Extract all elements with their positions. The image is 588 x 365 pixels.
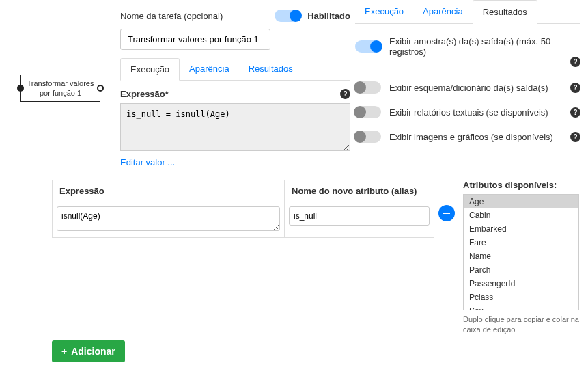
task-name-label: Nome da tarefa (opcional) bbox=[120, 11, 223, 21]
workflow-node[interactable]: Transformar valores por função 1 bbox=[20, 75, 100, 102]
attr-item[interactable]: Parch bbox=[464, 263, 578, 277]
help-icon[interactable]: ? bbox=[340, 89, 350, 99]
expression-label: Expressão* bbox=[120, 89, 169, 99]
attrs-title: Atributos disponíveis: bbox=[463, 180, 579, 190]
table-row bbox=[53, 202, 434, 237]
opt-images-label: Exibir imagens e gráficos (se disponívei… bbox=[389, 132, 562, 142]
help-icon[interactable]: ? bbox=[570, 132, 580, 142]
rtab-resultados[interactable]: Resultados bbox=[473, 0, 537, 24]
row-expression-input[interactable] bbox=[57, 206, 280, 231]
expressions-table: Expressão Nome do novo atributo (alias) bbox=[52, 180, 434, 238]
svg-rect-0 bbox=[443, 213, 450, 214]
attr-item[interactable]: Name bbox=[464, 249, 578, 263]
rtab-aparencia[interactable]: Aparência bbox=[413, 0, 473, 23]
node-input-port[interactable] bbox=[17, 85, 24, 92]
panel-tabs: Execução Aparência Resultados bbox=[120, 58, 350, 81]
toggle-show-sample[interactable] bbox=[355, 40, 381, 53]
attr-item[interactable]: Cabin bbox=[464, 208, 578, 222]
col-header-expression: Expressão bbox=[53, 180, 285, 202]
col-header-alias: Nome do novo atributo (alias) bbox=[285, 180, 434, 202]
right-panel: Execução Aparência Resultados Exibir amo… bbox=[355, 0, 580, 143]
row-alias-input[interactable] bbox=[289, 206, 430, 226]
node-output-port[interactable] bbox=[97, 85, 104, 92]
node-label: Transformar valores por função 1 bbox=[24, 79, 97, 98]
attr-item[interactable]: Fare bbox=[464, 236, 578, 249]
enabled-toggle[interactable] bbox=[275, 10, 300, 22]
opt-reports-label: Exibir relatórios textuais (se disponíve… bbox=[389, 107, 562, 118]
attr-item[interactable]: Embarked bbox=[464, 222, 578, 236]
minus-icon bbox=[443, 209, 451, 217]
attr-item[interactable]: Age bbox=[464, 195, 578, 208]
remove-row-button[interactable] bbox=[438, 205, 455, 221]
opt-schema-label: Exibir esquema/dicionário da(s) saída(s) bbox=[389, 83, 562, 93]
help-icon[interactable]: ? bbox=[570, 83, 580, 93]
toggle-show-images[interactable] bbox=[355, 131, 381, 143]
rtab-execucao[interactable]: Execução bbox=[355, 0, 413, 23]
tab-aparencia[interactable]: Aparência bbox=[180, 58, 239, 80]
attrs-list[interactable]: Age Cabin Embarked Fare Name Parch Passe… bbox=[463, 194, 579, 310]
available-attributes: Atributos disponíveis: Age Cabin Embarke… bbox=[463, 180, 579, 336]
enabled-label: Habilitado bbox=[307, 11, 350, 21]
attr-item[interactable]: Sex bbox=[464, 304, 578, 310]
opt-sample-label: Exibir amostra(s) da(s) saída(s) (máx. 5… bbox=[389, 36, 580, 57]
expression-textarea[interactable] bbox=[120, 103, 350, 151]
attr-item[interactable]: PassengerId bbox=[464, 277, 578, 290]
plus-icon: + bbox=[61, 346, 67, 357]
add-button[interactable]: + Adicionar bbox=[52, 340, 125, 362]
settings-panel: Nome da tarefa (opcional) Habilitado Exe… bbox=[120, 0, 350, 167]
task-name-input[interactable] bbox=[120, 29, 270, 50]
attrs-hint: Duplo clique para copiar e colar na caix… bbox=[463, 314, 579, 336]
tab-execucao[interactable]: Execução bbox=[120, 58, 180, 81]
edit-value-link[interactable]: Editar valor ... bbox=[120, 157, 175, 167]
toggle-show-schema[interactable] bbox=[355, 81, 381, 94]
attr-item[interactable]: Pclass bbox=[464, 290, 578, 304]
tab-resultados[interactable]: Resultados bbox=[239, 58, 303, 80]
toggle-show-reports[interactable] bbox=[355, 106, 381, 118]
add-button-label: Adicionar bbox=[71, 346, 115, 357]
help-icon[interactable]: ? bbox=[570, 57, 580, 67]
right-tabs: Execução Aparência Resultados bbox=[355, 0, 580, 24]
help-icon[interactable]: ? bbox=[570, 107, 580, 118]
